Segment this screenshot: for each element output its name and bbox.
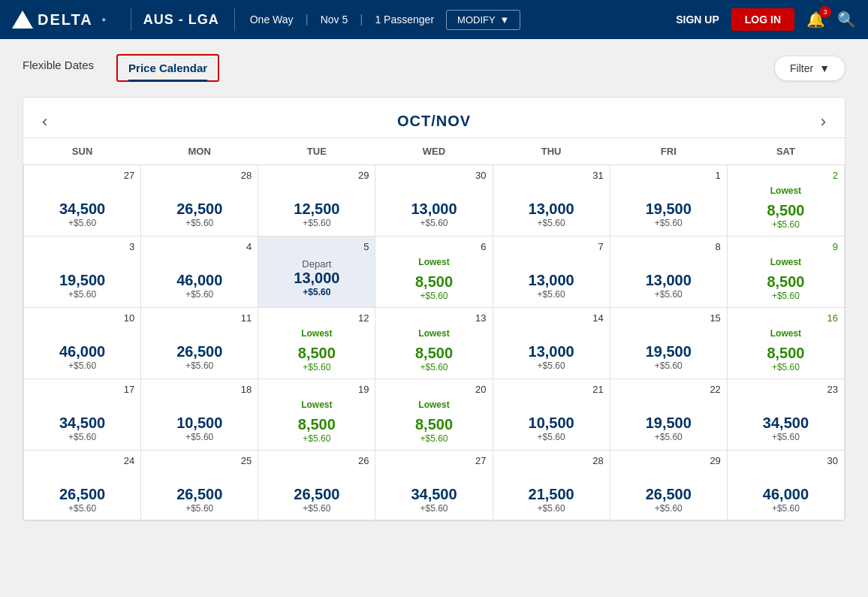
col-wed: WED <box>375 138 493 165</box>
day-number: 29 <box>616 455 721 466</box>
calendar-week-4: 2426,500+$5.602526,500+$5.602626,500+$5.… <box>24 451 845 520</box>
day-price: 19,500 <box>616 343 721 360</box>
calendar-cell-w2-d2[interactable]: 12Lowest8,500+$5.60 <box>258 308 375 379</box>
calendar-cell-w0-d5[interactable]: 119,500+$5.60 <box>610 165 727 237</box>
day-surcharge: +$5.60 <box>147 289 252 300</box>
calendar-cell-w0-d1[interactable]: 2826,500+$5.60 <box>141 165 258 237</box>
day-number: 20 <box>381 384 486 395</box>
tabs-area: Flexible Dates Price Calendar Filter ▼ <box>0 39 868 82</box>
tab-flexible-dates[interactable]: Flexible Dates <box>23 59 94 77</box>
day-price: 19,500 <box>30 272 134 289</box>
search-icon[interactable]: 🔍 <box>837 11 856 29</box>
day-price: 13,000 <box>499 272 604 289</box>
lowest-label: Lowest <box>734 185 838 196</box>
day-price: 26,500 <box>616 486 721 503</box>
day-price: 8,500 <box>381 345 486 362</box>
modify-button[interactable]: MODIFY ▼ <box>446 10 520 30</box>
calendar-cell-w1-d0[interactable]: 319,500+$5.60 <box>24 237 141 308</box>
day-number: 30 <box>381 170 486 181</box>
calendar-cell-w2-d4[interactable]: 1413,000+$5.60 <box>493 308 610 379</box>
day-number: 27 <box>381 455 486 466</box>
lowest-label: Lowest <box>264 328 369 339</box>
calendar-cell-w0-d2[interactable]: 2912,500+$5.60 <box>258 165 375 237</box>
calendar-cell-w3-d2[interactable]: 19Lowest8,500+$5.60 <box>258 379 375 451</box>
calendar-cell-w0-d3[interactable]: 3013,000+$5.60 <box>375 165 493 237</box>
calendar-next-button[interactable]: › <box>809 108 837 135</box>
day-surcharge: +$5.60 <box>381 433 486 444</box>
calendar-title: OCT/NOV <box>397 113 471 130</box>
calendar-cell-w4-d6[interactable]: 3046,000+$5.60 <box>727 451 844 520</box>
signup-button[interactable]: SIGN UP <box>676 14 719 26</box>
lowest-label: Lowest <box>381 400 486 410</box>
calendar-cell-w4-d2[interactable]: 2626,500+$5.60 <box>258 451 375 520</box>
calendar-cell-w4-d0[interactable]: 2426,500+$5.60 <box>24 451 141 520</box>
day-price: 13,000 <box>381 201 486 218</box>
day-surcharge: +$5.60 <box>381 291 486 301</box>
calendar-cell-w3-d1[interactable]: 1810,500+$5.60 <box>141 379 258 451</box>
calendar-cell-w2-d0[interactable]: 1046,000+$5.60 <box>24 308 141 379</box>
day-surcharge: +$5.60 <box>616 503 721 514</box>
day-price: 12,500 <box>264 201 369 218</box>
calendar-cell-w4-d3[interactable]: 2734,500+$5.60 <box>375 451 493 520</box>
day-surcharge: +$5.60 <box>381 218 486 228</box>
day-number: 18 <box>147 384 252 395</box>
day-price: 46,000 <box>734 486 838 503</box>
calendar-cell-w0-d6[interactable]: 2Lowest8,500+$5.60 <box>727 165 844 237</box>
day-surcharge: +$5.60 <box>381 503 486 514</box>
calendar-cell-w0-d0[interactable]: 2734,500+$5.60 <box>24 165 141 237</box>
day-price: 19,500 <box>616 415 721 432</box>
calendar-cell-w3-d5[interactable]: 2219,500+$5.60 <box>610 379 727 451</box>
day-surcharge: +$5.60 <box>616 289 721 300</box>
calendar-cell-w1-d1[interactable]: 446,000+$5.60 <box>141 237 258 308</box>
calendar-cell-w3-d0[interactable]: 1734,500+$5.60 <box>24 379 141 451</box>
day-number: 19 <box>264 384 369 395</box>
calendar-cell-w3-d3[interactable]: 20Lowest8,500+$5.60 <box>375 379 493 451</box>
tabs-left: Flexible Dates Price Calendar <box>23 54 219 82</box>
tab-price-calendar[interactable]: Price Calendar <box>116 54 219 82</box>
calendar-cell-w4-d1[interactable]: 2526,500+$5.60 <box>141 451 258 520</box>
day-number: 28 <box>147 170 252 181</box>
calendar-cell-w1-d3[interactable]: 6Lowest8,500+$5.60 <box>375 237 493 308</box>
calendar-cell-w1-d2[interactable]: 5Depart13,000+$5.60 <box>258 237 375 308</box>
calendar-cell-w2-d6[interactable]: 16Lowest8,500+$5.60 <box>727 308 844 379</box>
day-number: 1 <box>616 170 721 181</box>
day-price: 8,500 <box>734 273 838 291</box>
notification-bell[interactable]: 🔔 3 <box>806 11 825 29</box>
calendar-cell-w3-d6[interactable]: 2334,500+$5.60 <box>727 379 844 451</box>
day-price: 19,500 <box>616 201 721 218</box>
col-thu: THU <box>493 138 610 165</box>
calendar-cell-w2-d5[interactable]: 1519,500+$5.60 <box>610 308 727 379</box>
day-price: 8,500 <box>264 345 369 362</box>
day-price: 26,500 <box>147 201 252 218</box>
calendar-cell-w1-d6[interactable]: 9Lowest8,500+$5.60 <box>727 237 844 308</box>
calendar-prev-button[interactable]: ‹ <box>31 108 59 135</box>
day-price: 34,500 <box>30 415 134 432</box>
calendar-cell-w1-d5[interactable]: 813,000+$5.60 <box>610 237 727 308</box>
filter-button[interactable]: Filter ▼ <box>774 56 845 81</box>
calendar-cell-w4-d5[interactable]: 2926,500+$5.60 <box>610 451 727 520</box>
depart-label: Depart <box>264 258 369 270</box>
day-price: 34,500 <box>734 415 838 432</box>
delta-logo[interactable]: DELTA ✦ <box>12 11 107 29</box>
col-sun: SUN <box>24 138 141 165</box>
calendar-cell-w2-d1[interactable]: 1126,500+$5.60 <box>141 308 258 379</box>
filter-chevron-icon: ▼ <box>819 62 830 74</box>
calendar-week-3: 1734,500+$5.601810,500+$5.6019Lowest8,50… <box>24 379 845 451</box>
calendar-cell-w4-d4[interactable]: 2821,500+$5.60 <box>493 451 610 520</box>
calendar-cell-w1-d4[interactable]: 713,000+$5.60 <box>493 237 610 308</box>
day-surcharge: +$5.60 <box>147 503 252 514</box>
calendar-cell-w3-d4[interactable]: 2110,500+$5.60 <box>493 379 610 451</box>
login-button[interactable]: LOG IN <box>731 8 794 31</box>
calendar-cell-w0-d4[interactable]: 3113,000+$5.60 <box>493 165 610 237</box>
day-number: 27 <box>30 170 134 181</box>
sep-1: | <box>306 13 309 26</box>
day-number: 16 <box>734 312 838 324</box>
day-surcharge: +$5.60 <box>30 360 134 371</box>
calendar-cell-w2-d3[interactable]: 13Lowest8,500+$5.60 <box>375 308 493 379</box>
calendar-table: SUN MON TUE WED THU FRI SAT 2734,500+$5.… <box>23 137 845 520</box>
day-price: 34,500 <box>30 201 134 218</box>
col-tue: TUE <box>258 138 375 165</box>
header-divider-1 <box>131 8 131 31</box>
sep-2: | <box>360 13 363 26</box>
route-display: AUS - LGA <box>143 12 219 28</box>
